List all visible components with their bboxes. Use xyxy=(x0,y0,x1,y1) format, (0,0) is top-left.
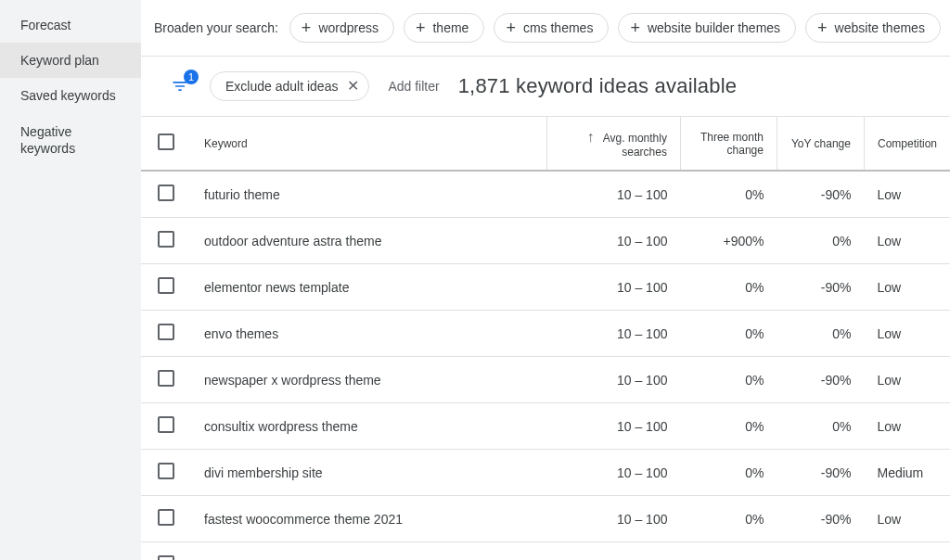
row-avg: 10 – 100 xyxy=(546,542,680,561)
sidebar-item-forecast[interactable]: Forecast xyxy=(0,7,141,43)
close-icon[interactable]: ✕ xyxy=(347,79,359,94)
row-keyword: divi membership site xyxy=(191,450,546,496)
table-row: outdoor adventure astra theme10 – 100+90… xyxy=(141,218,950,264)
header-three-month[interactable]: Three month change xyxy=(680,117,777,171)
row-keyword: futurio theme xyxy=(191,171,546,218)
chip-label: website themes xyxy=(835,20,925,35)
sidebar-item-saved-keywords[interactable]: Saved keywords xyxy=(0,78,141,113)
chip-label: theme xyxy=(432,20,469,35)
header-avg-label: Avg. monthly searches xyxy=(603,132,667,159)
row-yoy: -90% xyxy=(777,496,864,542)
header-keyword[interactable]: Keyword xyxy=(191,117,546,171)
row-checkbox-cell[interactable] xyxy=(141,171,191,218)
filter-funnel-button[interactable]: 1 xyxy=(169,75,191,97)
table-row: best wordpress themes for lifestyle blog… xyxy=(141,542,950,561)
table-row: futurio theme10 – 1000%-90%Low xyxy=(141,171,950,218)
row-yoy: -90% xyxy=(777,542,864,561)
add-filter-button[interactable]: Add filter xyxy=(388,79,439,94)
row-competition: Medium xyxy=(864,450,950,496)
plus-icon: + xyxy=(630,21,640,34)
row-three-month: 0% xyxy=(680,496,777,542)
row-three-month: 0% xyxy=(680,171,777,218)
row-avg: 10 – 100 xyxy=(546,496,680,542)
row-checkbox-cell[interactable] xyxy=(141,450,191,496)
row-keyword: fastest woocommerce theme 2021 xyxy=(191,496,546,542)
table-header-row: Keyword ↑ Avg. monthly searches Three mo… xyxy=(141,117,950,171)
row-keyword: elementor news template xyxy=(191,264,546,311)
row-avg: 10 – 100 xyxy=(546,171,680,218)
chip-label: cms themes xyxy=(523,20,593,35)
row-competition: Low xyxy=(864,357,950,403)
table-row: envo themes10 – 1000%0%Low xyxy=(141,311,950,357)
broaden-chip-website-builder-themes[interactable]: + website builder themes xyxy=(618,13,796,43)
plus-icon: + xyxy=(506,21,516,34)
row-checkbox-cell[interactable] xyxy=(141,264,191,311)
plus-icon: + xyxy=(302,21,312,34)
table-row: elementor news template10 – 1000%-90%Low xyxy=(141,264,950,311)
checkbox-icon[interactable] xyxy=(158,416,174,433)
keyword-table: Keyword ↑ Avg. monthly searches Three mo… xyxy=(141,117,950,560)
broaden-label: Broaden your search: xyxy=(154,20,278,35)
row-yoy: -90% xyxy=(777,450,864,496)
plus-icon: + xyxy=(817,21,828,34)
row-checkbox-cell[interactable] xyxy=(141,357,191,403)
plus-icon: + xyxy=(416,21,426,34)
row-keyword: best wordpress themes for lifestyle blog… xyxy=(191,542,546,561)
checkbox-icon[interactable] xyxy=(158,324,174,340)
row-three-month: 0% xyxy=(680,311,777,357)
row-yoy: 0% xyxy=(777,218,864,264)
table-row: newspaper x wordpress theme10 – 1000%-90… xyxy=(141,357,950,403)
header-avg-searches[interactable]: ↑ Avg. monthly searches xyxy=(546,117,680,171)
header-yoy[interactable]: YoY change xyxy=(777,117,864,171)
checkbox-icon[interactable] xyxy=(158,370,174,387)
broaden-chip-theme[interactable]: + theme xyxy=(404,13,484,43)
broaden-chip-wordpress[interactable]: + wordpress xyxy=(289,13,394,43)
sidebar-item-keyword-plan[interactable]: Keyword plan xyxy=(0,43,141,78)
checkbox-icon[interactable] xyxy=(158,463,174,479)
row-yoy: 0% xyxy=(777,311,864,357)
row-checkbox-cell[interactable] xyxy=(141,403,191,450)
checkbox-icon[interactable] xyxy=(158,134,174,150)
table-row: consultix wordpress theme10 – 1000%0%Low xyxy=(141,403,950,450)
sidebar-item-negative-keywords[interactable]: Negative keywords xyxy=(0,114,141,166)
checkbox-icon[interactable] xyxy=(158,231,174,248)
row-checkbox-cell[interactable] xyxy=(141,218,191,264)
checkbox-icon[interactable] xyxy=(158,277,174,294)
row-three-month: 0% xyxy=(680,542,777,561)
chip-label: wordpress xyxy=(318,20,379,35)
row-three-month: 0% xyxy=(680,403,777,450)
keyword-table-wrap: Keyword ↑ Avg. monthly searches Three mo… xyxy=(141,116,950,560)
checkbox-icon[interactable] xyxy=(158,185,174,201)
row-competition: Low xyxy=(864,264,950,311)
row-keyword: outdoor adventure astra theme xyxy=(191,218,546,264)
row-checkbox-cell[interactable] xyxy=(141,542,191,561)
row-avg: 10 – 100 xyxy=(546,357,680,403)
checkbox-icon[interactable] xyxy=(158,555,174,560)
filter-chip-label: Exclude adult ideas xyxy=(225,79,338,94)
row-keyword: newspaper x wordpress theme xyxy=(191,357,546,403)
filter-count-badge: 1 xyxy=(184,70,199,84)
broaden-chip-website-themes[interactable]: + website themes xyxy=(805,13,941,43)
row-competition: Low xyxy=(864,171,950,218)
row-checkbox-cell[interactable] xyxy=(141,496,191,542)
row-competition: Low xyxy=(864,311,950,357)
row-checkbox-cell[interactable] xyxy=(141,311,191,357)
chip-label: website builder themes xyxy=(648,20,780,35)
row-yoy: -90% xyxy=(777,264,864,311)
table-row: divi membership site10 – 1000%-90%Medium xyxy=(141,450,950,496)
row-yoy: 0% xyxy=(777,403,864,450)
filter-bar: 1 Exclude adult ideas ✕ Add filter 1,871… xyxy=(141,57,950,116)
checkbox-icon[interactable] xyxy=(158,509,174,526)
main-content: Broaden your search: + wordpress + theme… xyxy=(141,0,950,560)
row-three-month: 0% xyxy=(680,264,777,311)
row-three-month: +900% xyxy=(680,218,777,264)
row-avg: 10 – 100 xyxy=(546,403,680,450)
broaden-chip-cms-themes[interactable]: + cms themes xyxy=(494,13,609,43)
filter-chip-exclude-adult[interactable]: Exclude adult ideas ✕ xyxy=(210,71,369,101)
header-competition[interactable]: Competition xyxy=(864,117,950,171)
row-competition: Low xyxy=(864,496,950,542)
header-select-all[interactable] xyxy=(141,117,191,171)
row-competition: Low xyxy=(864,542,950,561)
row-keyword: consultix wordpress theme xyxy=(191,403,546,450)
sort-arrow-up-icon: ↑ xyxy=(586,129,594,145)
